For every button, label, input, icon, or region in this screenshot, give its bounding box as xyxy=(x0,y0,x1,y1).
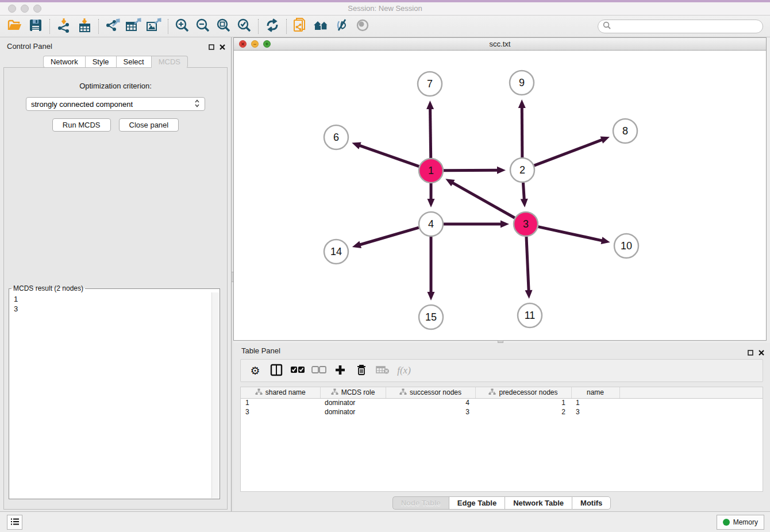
network-window-titlebar[interactable]: ✕ − + scc.txt xyxy=(234,38,766,51)
memory-button[interactable]: Memory xyxy=(717,515,764,530)
float-panel-icon[interactable] xyxy=(209,42,214,52)
shared-column-icon xyxy=(399,388,407,396)
graph-node-1[interactable]: 1 xyxy=(419,159,443,183)
graph-edge-3-1[interactable] xyxy=(445,179,515,218)
optimization-label: Optimization criterion: xyxy=(4,82,227,90)
mcds-result-text[interactable]: 1 3 xyxy=(10,292,211,498)
table-cell[interactable]: 3 xyxy=(571,407,619,417)
column-header-name[interactable]: name xyxy=(571,387,619,398)
open-session-button[interactable] xyxy=(5,17,25,36)
table-cell[interactable]: 1 xyxy=(475,398,571,407)
export-table-button[interactable] xyxy=(123,17,144,36)
task-history-button[interactable] xyxy=(7,515,22,530)
graph-edge-2-9[interactable] xyxy=(518,99,526,157)
close-panel-icon[interactable] xyxy=(759,348,764,358)
graph-node-4[interactable]: 4 xyxy=(419,212,443,236)
table-cell[interactable]: 1 xyxy=(241,398,320,407)
search-input[interactable] xyxy=(614,22,758,30)
table-cell[interactable]: dominator xyxy=(320,398,386,407)
table-cell[interactable]: 1 xyxy=(571,398,619,407)
graph-node-7[interactable]: 7 xyxy=(418,72,442,96)
tab-network-table[interactable]: Network Table xyxy=(505,496,572,510)
apply-layout-button[interactable] xyxy=(262,17,283,36)
graph-node-label: 4 xyxy=(428,218,434,230)
graph-node-8[interactable]: 8 xyxy=(613,119,637,143)
graph-edge-2-8[interactable] xyxy=(534,137,610,166)
table-row[interactable]: 3dominator323 xyxy=(241,407,763,417)
graph-edge-1-4[interactable] xyxy=(428,183,435,207)
first-neighbors-button[interactable] xyxy=(311,17,332,36)
column-header-successor-nodes[interactable]: successor nodes xyxy=(386,387,475,398)
select-all-button[interactable] xyxy=(289,362,306,379)
criterion-value: strongly connected component xyxy=(31,100,194,109)
zoom-fit-icon xyxy=(216,18,231,34)
graph-edge-1-6[interactable] xyxy=(352,142,419,166)
column-header-MCDS-role[interactable]: MCDS role xyxy=(320,387,386,398)
close-panel-button[interactable]: Close panel xyxy=(119,118,179,132)
close-panel-icon[interactable] xyxy=(220,42,225,52)
add-column-button[interactable] xyxy=(332,362,349,379)
tab-select[interactable]: Select xyxy=(116,56,151,68)
toggle-columns-button[interactable] xyxy=(268,362,285,379)
table-cell[interactable]: 4 xyxy=(386,398,475,407)
zoom-fit-button[interactable] xyxy=(213,17,234,36)
tab-mcds[interactable]: MCDS xyxy=(151,56,188,68)
graph-node-11[interactable]: 11 xyxy=(518,303,542,327)
table-toolbar: ⚙ f(x) xyxy=(240,359,763,382)
table-panel: Table Panel ⚙ xyxy=(233,343,770,511)
deselect-all-button[interactable] xyxy=(310,362,328,379)
hide-selected-button[interactable] xyxy=(332,17,352,36)
graph-edge-3-10[interactable] xyxy=(538,227,610,244)
run-mcds-button[interactable]: Run MCDS xyxy=(52,118,111,132)
show-all-button[interactable] xyxy=(352,17,373,36)
graph-node-15[interactable]: 15 xyxy=(419,305,443,329)
graph-edge-4-3[interactable] xyxy=(444,221,509,228)
tab-edge-table[interactable]: Edge Table xyxy=(449,496,505,510)
zoom-selected-button[interactable] xyxy=(234,17,255,36)
graph-edge-3-11[interactable] xyxy=(525,237,533,299)
graph-node-label: 1 xyxy=(428,165,434,176)
column-header-shared-name[interactable]: shared name xyxy=(241,387,320,398)
result-scrollbar[interactable] xyxy=(211,292,219,498)
graph-edge-4-15[interactable] xyxy=(428,237,435,300)
export-image-icon xyxy=(146,18,162,34)
graph-node-10[interactable]: 10 xyxy=(614,234,638,258)
delete-column-button[interactable] xyxy=(353,362,370,379)
graph-edge-4-14[interactable] xyxy=(352,228,419,248)
table-cell[interactable]: dominator xyxy=(320,407,386,417)
criterion-select[interactable]: strongly connected component xyxy=(26,97,205,111)
column-header-predecessor-nodes[interactable]: predecessor nodes xyxy=(475,387,571,398)
import-table-button[interactable] xyxy=(74,17,95,36)
table-settings-button[interactable]: ⚙ xyxy=(247,362,264,379)
graph-node-2[interactable]: 2 xyxy=(510,158,534,182)
graph-node-14[interactable]: 14 xyxy=(324,240,348,264)
export-image-button[interactable] xyxy=(144,17,164,36)
table-cell[interactable]: 3 xyxy=(386,407,475,417)
graph-node-9[interactable]: 9 xyxy=(510,71,534,95)
toolbar-separator xyxy=(168,19,168,34)
tab-network[interactable]: Network xyxy=(43,56,85,68)
import-network-icon xyxy=(56,18,71,34)
graph-node-label: 8 xyxy=(622,125,628,137)
import-network-button[interactable] xyxy=(53,17,74,36)
graph-edge-1-7[interactable] xyxy=(426,101,434,158)
clone-network-button[interactable] xyxy=(290,17,311,36)
zoom-out-button[interactable] xyxy=(192,17,213,36)
graph-node-6[interactable]: 6 xyxy=(324,125,348,149)
graph-edge-2-3[interactable] xyxy=(521,183,528,207)
table-cell[interactable]: 2 xyxy=(475,407,571,417)
network-graph[interactable]: 7968124314101511 xyxy=(234,51,766,340)
tab-node-table[interactable]: Node Table xyxy=(392,496,449,510)
table-cell[interactable]: 3 xyxy=(241,407,320,417)
tab-style[interactable]: Style xyxy=(85,56,116,68)
zoom-in-icon xyxy=(175,18,190,34)
zoom-in-button[interactable] xyxy=(172,17,192,36)
graph-edge-1-2[interactable] xyxy=(444,167,506,174)
table-header-row[interactable]: shared nameMCDS rolesuccessor nodesprede… xyxy=(241,387,763,398)
tab-motifs[interactable]: Motifs xyxy=(572,496,611,510)
graph-node-3[interactable]: 3 xyxy=(514,212,538,236)
table-row[interactable]: 1dominator411 xyxy=(241,398,763,407)
save-session-button[interactable] xyxy=(25,17,46,36)
float-panel-icon[interactable] xyxy=(748,348,753,358)
export-network-button[interactable] xyxy=(102,17,123,36)
